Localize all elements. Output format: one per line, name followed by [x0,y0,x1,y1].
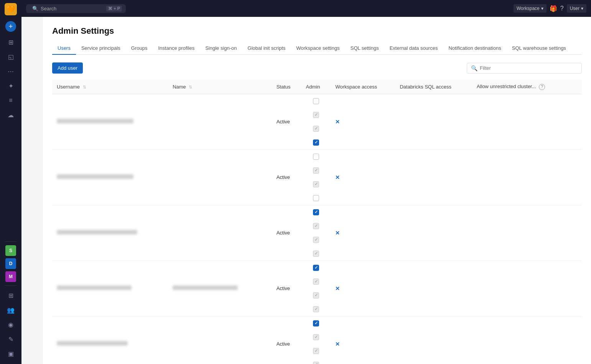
delete-cell[interactable]: ✕ [331,94,395,149]
workspace-access-cell[interactable] [301,330,331,344]
tab-workspace-settings[interactable]: Workspace settings [291,42,345,55]
username-cell [52,94,168,149]
window-icon[interactable]: ▣ [5,348,17,360]
user-menu-label: User [570,6,579,11]
sidebar: 🧡 + ⊞ ◱ ⋯ ✦ ≡ ☁ S D M ⊞ 👥 ◉ ✎ ▣ [0,0,21,364]
delete-cell[interactable]: ✕ [331,316,395,364]
delete-user-button[interactable]: ✕ [335,285,340,292]
tab-global-init-scripts[interactable]: Global init scripts [242,42,291,55]
col-actions [570,80,582,94]
delete-cell[interactable]: ✕ [331,149,395,205]
d-workspace-icon[interactable]: D [5,258,16,269]
new-button[interactable]: + [5,21,16,32]
sql-access-cell[interactable] [301,177,331,191]
tab-notification-destinations[interactable]: Notification destinations [443,42,506,55]
sql-access-cell[interactable] [301,233,331,247]
admin-cell[interactable] [301,316,331,330]
table-row: Active✕ [52,205,582,261]
name-cell [168,261,272,316]
username-sort-icon[interactable]: ⇅ [83,85,86,89]
search-icon: 🔍 [32,6,38,11]
topbar-right: Workspace ▾ 🎁 ? User ▾ [514,4,586,13]
user-menu[interactable]: User ▾ [567,4,586,13]
delete-user-button[interactable]: ✕ [335,119,340,125]
table-row: Active✕ [52,261,582,316]
name-cell [168,149,272,205]
users-icon[interactable]: 👥 [5,304,17,316]
unrestricted-cluster-cell[interactable] [301,247,331,261]
unrestricted-cluster-cell[interactable] [301,191,331,205]
delete-user-button[interactable]: ✕ [335,230,340,236]
sql-access-cell[interactable] [301,122,331,136]
workspace-access-cell[interactable] [301,219,331,233]
status-cell: Active [272,261,301,316]
workspace-selector[interactable]: Workspace ▾ [514,4,547,13]
sql-access-cell[interactable] [301,289,331,302]
tab-service-principals[interactable]: Service principals [76,42,126,55]
sidebar-graphs[interactable]: ✦ [5,80,17,92]
workspace-access-cell[interactable] [301,108,331,122]
unrestricted-cluster-cell[interactable] [301,358,331,364]
admin-cell[interactable] [301,205,331,219]
delete-cell[interactable]: ✕ [331,205,395,261]
users-table-container: Username ⇅ Name ⇅ Status Admin Workspace… [52,80,582,364]
delete-user-button[interactable]: ✕ [335,174,340,180]
filter-container: 🔍 [467,63,582,74]
admin-cell[interactable] [301,261,331,275]
gift-icon[interactable]: 🎁 [550,5,557,12]
workspace-label: Workspace [517,6,540,11]
username-cell [52,261,168,316]
sidebar-divider [5,241,17,242]
tab-sql-warehouse-settings[interactable]: SQL warehouse settings [507,42,571,55]
eye-icon[interactable]: ◉ [5,318,17,331]
table-row: Active✕ [52,94,582,149]
tab-external-data-sources[interactable]: External data sources [384,42,443,55]
tab-groups[interactable]: Groups [126,42,153,55]
sidebar-lists[interactable]: ≡ [5,94,17,107]
unrestricted-cluster-cell[interactable] [301,136,331,149]
sidebar-home[interactable]: ⊞ [5,36,17,48]
sidebar-divider-2 [5,285,17,286]
filter-input[interactable] [480,65,578,71]
sidebar-cloud[interactable]: ☁ [5,109,17,121]
status-cell: Active [272,94,301,149]
add-user-button[interactable]: Add user [52,62,83,74]
unrestricted-cluster-cell[interactable] [301,302,331,316]
delete-cell[interactable]: ✕ [331,261,395,316]
tab-instance-profiles[interactable]: Instance profiles [153,42,200,55]
col-unrestricted-cluster: Allow unrestricted cluster... ? [472,80,570,94]
tab-sql-settings[interactable]: SQL settings [345,42,384,55]
name-sort-icon[interactable]: ⇅ [189,85,192,89]
page-title: Admin Settings [52,26,582,36]
workspace-access-cell[interactable] [301,275,331,289]
user-menu-chevron-icon: ▾ [581,6,583,11]
s-workspace-icon[interactable]: S [5,245,16,256]
tab-single-sign-on[interactable]: Single sign-on [200,42,242,55]
sidebar-recents[interactable]: ◱ [5,51,17,63]
main-content: Admin Settings Users Service principals … [43,17,591,364]
search-label: Search [41,6,56,11]
unrestricted-help-icon[interactable]: ? [539,84,545,90]
edit-icon[interactable]: ✎ [5,333,17,345]
username-cell [52,316,168,364]
admin-cell[interactable] [301,150,331,164]
workspace-access-cell[interactable] [301,164,331,177]
app-logo[interactable]: 🧡 [5,3,17,15]
m-workspace-icon[interactable]: M [5,271,16,282]
sidebar-workflows[interactable]: ⋯ [5,65,17,77]
search-bar[interactable]: 🔍 Search ⌘ + P [26,4,126,13]
name-cell [168,94,272,149]
name-cell [168,316,272,364]
sql-access-cell[interactable] [301,344,331,358]
delete-user-button[interactable]: ✕ [335,341,340,347]
users-toolbar: Add user 🔍 [52,62,582,74]
table-row: Active✕ [52,316,582,364]
admin-cell[interactable] [301,94,331,108]
marketplace-icon[interactable]: ⊞ [5,289,17,302]
status-cell: Active [272,205,301,261]
tab-users[interactable]: Users [52,42,76,55]
help-icon[interactable]: ? [560,5,564,12]
username-cell [52,149,168,205]
col-name: Name ⇅ [168,80,272,94]
users-table: Username ⇅ Name ⇅ Status Admin Workspace… [52,80,582,364]
